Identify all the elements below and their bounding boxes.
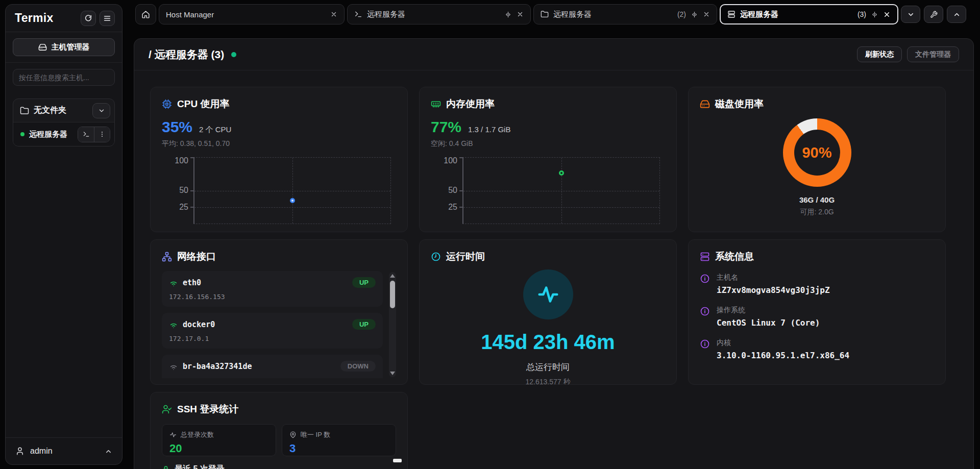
menu-button[interactable] [100,11,115,26]
search-section [6,63,122,92]
server-menu-button[interactable] [94,127,110,142]
stat-label: 总登录次数 [181,430,214,439]
tab-home[interactable] [135,4,156,24]
close-tab-icon[interactable] [703,11,710,18]
tab-server-stats-active[interactable]: 远程服务器 (3) [720,4,898,24]
os-value: CentOS Linux 7 (Core) [717,318,820,328]
refresh-button[interactable] [81,11,96,26]
home-icon [141,10,150,19]
clock-icon [431,252,441,262]
online-status-dot [20,132,24,136]
memory-icon [431,99,441,109]
open-terminal-button[interactable] [78,127,94,142]
chevron-up-icon [105,448,112,455]
card-title: 运行时间 [446,250,485,263]
tools-button[interactable] [924,6,943,23]
status-badge: UP [352,319,376,330]
file-manager-button[interactable]: 文件管理器 [907,46,959,62]
card-title: 内存使用率 [446,97,495,111]
cpu-card: CPU 使用率 35% 2 个 CPU 平均: 0.38, 0.51, 0.70… [150,87,408,232]
recent-logins-label: 最近 5 次登录 [175,464,225,469]
chevron-up-icon [953,11,961,18]
user-icon [15,447,24,456]
folder-icon [20,106,29,115]
uptime-value: 145d 23h 46m [481,331,615,354]
sidebar-item-server[interactable]: 远程服务器 [13,122,114,146]
system-info-row: 内核 3.10.0-1160.95.1.el7.x86_64 [700,338,934,360]
ssh-stats-card: SSH 登录统计 总登录次数 20 [150,392,408,469]
refresh-status-button[interactable]: 刷新状态 [857,46,902,62]
scrollbar-thumb-fragment[interactable] [393,459,402,462]
cpu-count: 2 个 CPU [199,125,231,135]
info-icon [700,274,710,295]
sidebar-header: Termix [6,5,122,32]
chart-data-point [559,170,564,176]
activity-icon [169,431,177,438]
kernel-value: 3.10.0-1160.95.1.el7.x86_64 [717,351,849,360]
kebab-menu-icon [99,131,106,138]
tab-bar: Host Manager 远程服务器 远程服务器 (2) [135,4,966,24]
host-manager-button[interactable]: 主机管理器 [13,38,115,56]
interface-ip: 172.18.0.1 [169,377,376,378]
uptime-seconds: 12,613,577 秒 [526,378,571,385]
tab-host-manager[interactable]: Host Manager [159,4,345,24]
disk-card: 磁盘使用率 90% 36G / 40G 可用: 2.0G [688,87,946,232]
memory-free: 空闲: 0.4 GiB [431,139,665,149]
tab-actions [901,4,966,24]
split-view-icon[interactable] [504,11,512,18]
memory-usage-value: 77% [431,118,461,136]
host-manager-label: 主机管理器 [52,42,90,52]
scrollbar[interactable] [389,272,396,377]
folder-icon [541,10,549,18]
info-icon [700,339,710,360]
recent-logins-section: 最近 5 次登录 [162,464,396,469]
disk-usage-percent: 90% [783,118,851,187]
card-title: 系统信息 [715,250,754,263]
scrollbar-thumb[interactable] [390,281,395,308]
unique-ips-stat: 唯一 IP 数 3 [282,424,396,456]
termix-app: Termix 主机管理器 [0,0,980,469]
panel-header: / 远程服务器 (3) 刷新状态 文件管理器 [134,39,973,70]
network-icon [162,252,172,262]
y-tick: 100 [432,156,457,166]
disk-usage-text: 36G / 40G [799,195,835,204]
interface-row: eth0 UP 172.16.156.153 [162,271,383,307]
online-status-dot [231,52,236,57]
folder-collapse-button[interactable] [92,103,110,118]
split-view-icon[interactable] [691,11,698,18]
hostname-value: iZ7xv8mogva854vg30j3jpZ [717,285,830,295]
y-tick: 100 [163,156,188,166]
memory-usage-chart: 100 50 25 [431,157,665,224]
folder-header[interactable]: 无文件夹 [13,99,114,122]
tab-label: 远程服务器 [553,10,673,19]
tab-scroll-down-button[interactable] [901,6,920,23]
info-label: 操作系统 [717,306,820,315]
network-card: 网络接口 eth0 UP 172.16.156.153 [150,239,408,385]
close-tab-icon[interactable] [517,11,524,18]
status-badge: UP [352,277,376,288]
close-tab-icon[interactable] [883,11,891,18]
card-title: 网络接口 [177,250,216,263]
tab-terminal-server[interactable]: 远程服务器 [347,4,531,24]
disk-donut-chart: 90% [783,118,851,187]
uptime-card: 运行时间 145d 23h 46m 总运行时间 12,613,577 秒 [419,239,677,385]
user-name: admin [30,447,53,456]
cpu-usage-chart: 100 50 25 [162,157,396,224]
user-menu[interactable]: admin [6,437,122,464]
refresh-icon [84,14,92,22]
status-badge: DOWN [340,361,376,372]
disk-free-text: 可用: 2.0G [800,208,834,217]
y-tick: 50 [163,185,188,195]
scroll-up-arrow[interactable] [390,274,395,278]
tab-file-manager-server[interactable]: 远程服务器 (2) [533,4,717,24]
tab-scroll-up-button[interactable] [947,6,966,23]
y-tick: 25 [163,202,188,212]
scroll-down-arrow[interactable] [390,372,395,375]
folder-group: 无文件夹 远程服务器 [13,98,115,146]
search-input[interactable] [13,69,115,86]
tab-label: 远程服务器 [740,10,853,19]
split-view-icon[interactable] [871,11,878,18]
close-tab-icon[interactable] [330,11,337,18]
sidebar: Termix 主机管理器 [5,4,122,465]
breadcrumb: / 远程服务器 (3) [149,47,224,62]
